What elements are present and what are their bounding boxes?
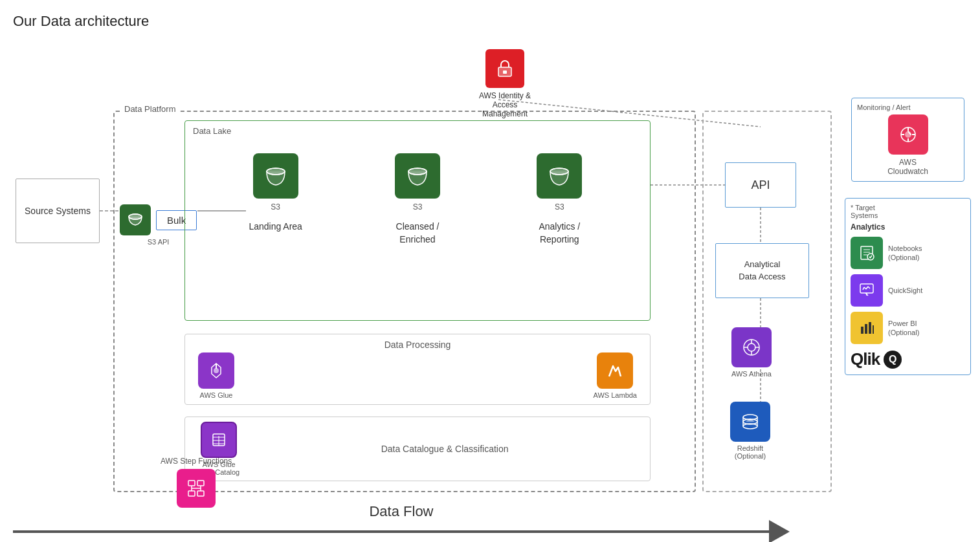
- glue-catalog-icon: [201, 422, 237, 458]
- svg-rect-66: [873, 325, 874, 334]
- qlik-logo: Qlik Q: [851, 349, 965, 369]
- s3-label-2: S3: [413, 202, 423, 211]
- aws-iam-icon: [485, 49, 524, 88]
- data-lake-box: Data Lake S3 Landing Area: [184, 120, 651, 321]
- s3-landing-item: S3 Landing Area: [211, 153, 340, 233]
- svg-rect-26: [188, 491, 195, 496]
- page-title: Our Data architecture: [13, 13, 967, 30]
- target-systems-header: * TargetSystems: [851, 204, 965, 219]
- source-systems-label: Source Systems: [25, 206, 91, 216]
- powerbi-icon: [851, 312, 883, 344]
- s3-cleansed-item: S3 Cleansed /Enriched: [353, 153, 482, 246]
- svg-rect-24: [188, 481, 195, 486]
- aws-iam: AWS Identity &AccessManagement: [466, 49, 544, 118]
- data-flow-arrow: [13, 523, 790, 541]
- monitoring-header: Monitoring / Alert: [857, 103, 911, 111]
- redshift-item: Redshift(Optional): [730, 402, 770, 460]
- analytical-access-box: AnalyticalData Access: [715, 243, 809, 298]
- svg-rect-8: [503, 70, 507, 74]
- s3-buckets-row: S3 Landing Area S3 Cleansed /Enriched: [185, 121, 650, 252]
- s3-cleansed-icon: [395, 153, 440, 199]
- cloudwatch-icon: [888, 114, 928, 155]
- data-processing-label: Data Processing: [384, 340, 451, 350]
- data-processing-box: Data Processing AWS Glue AWS Lambda: [184, 334, 651, 405]
- data-catalogue-box: AWS GlueData Catalog Data Catalogue & Cl…: [184, 417, 651, 481]
- s3-label-3: S3: [555, 202, 564, 211]
- svg-point-34: [748, 343, 755, 351]
- svg-rect-64: [865, 324, 867, 334]
- data-flow-label: Data Flow: [369, 503, 433, 520]
- athena-icon: [731, 327, 772, 367]
- quicksight-icon: [851, 274, 883, 307]
- s3-zone-analytics: Analytics /Reporting: [539, 221, 580, 246]
- step-functions: AWS Step Functions: [161, 457, 232, 508]
- s3-landing-icon: [253, 153, 298, 199]
- monitoring-box: Monitoring / Alert AWSCloudwatch: [851, 98, 964, 182]
- s3-api-icon: [120, 204, 151, 235]
- svg-point-19: [214, 368, 219, 373]
- bulk-label: Bulk: [167, 215, 186, 226]
- analytics-items: Notebooks(Optional) QuickSight: [851, 237, 965, 344]
- data-platform-label: Data Platform: [121, 104, 179, 114]
- lambda-icon: [597, 352, 633, 389]
- arrow-head: [769, 520, 790, 542]
- step-functions-label: AWS Step Functions: [161, 457, 232, 466]
- redshift-icon: [730, 402, 770, 442]
- s3-analytics-item: S3 Analytics /Reporting: [495, 153, 624, 246]
- data-lake-label: Data Lake: [193, 126, 231, 136]
- powerbi-label: Power BI(Optional): [888, 319, 919, 338]
- notebooks-item: Notebooks(Optional): [851, 237, 965, 269]
- svg-rect-63: [861, 327, 863, 334]
- analytics-header: Analytics: [851, 222, 965, 232]
- svg-rect-27: [197, 491, 204, 496]
- powerbi-item: Power BI(Optional): [851, 312, 965, 344]
- notebooks-label: Notebooks(Optional): [888, 244, 922, 263]
- s3-analytics-icon: [537, 153, 582, 199]
- redshift-label: Redshift(Optional): [735, 444, 766, 460]
- data-catalogue-label: Data Catalogue & Classification: [252, 444, 637, 454]
- api-label: API: [751, 179, 770, 192]
- notebooks-icon: [851, 237, 883, 269]
- athena-item: AWS Athena: [731, 327, 772, 378]
- athena-label: AWS Athena: [731, 370, 772, 378]
- svg-line-60: [868, 287, 870, 288]
- lambda-item: AWS Lambda: [594, 352, 637, 399]
- s3-api-label: S3 API: [148, 238, 170, 246]
- s3-label-1: S3: [271, 202, 280, 211]
- api-box: API: [725, 162, 796, 208]
- glue-label: AWS Glue: [200, 391, 233, 399]
- data-flow-row: Data Flow: [13, 503, 790, 541]
- diagram-container: Source Systems AWS Identity &AccessManag…: [13, 43, 964, 542]
- step-functions-icon: [177, 469, 216, 508]
- quicksight-label: QuickSight: [888, 286, 922, 295]
- glue-icon: [198, 352, 234, 389]
- svg-rect-25: [197, 481, 204, 486]
- cloudwatch-label: AWSCloudwatch: [887, 158, 928, 176]
- svg-rect-65: [869, 322, 871, 334]
- source-systems-box: Source Systems: [16, 179, 100, 243]
- s3-zone-cleansed: Cleansed /Enriched: [396, 221, 440, 246]
- s3-zone-landing: Landing Area: [249, 221, 302, 233]
- analytical-access-label: AnalyticalData Access: [739, 259, 785, 282]
- target-systems-box: * TargetSystems Analytics Notebooks(Opti…: [845, 198, 971, 375]
- lambda-label: AWS Lambda: [594, 391, 637, 399]
- quicksight-item: QuickSight: [851, 274, 965, 307]
- glue-item: AWS Glue: [198, 352, 234, 399]
